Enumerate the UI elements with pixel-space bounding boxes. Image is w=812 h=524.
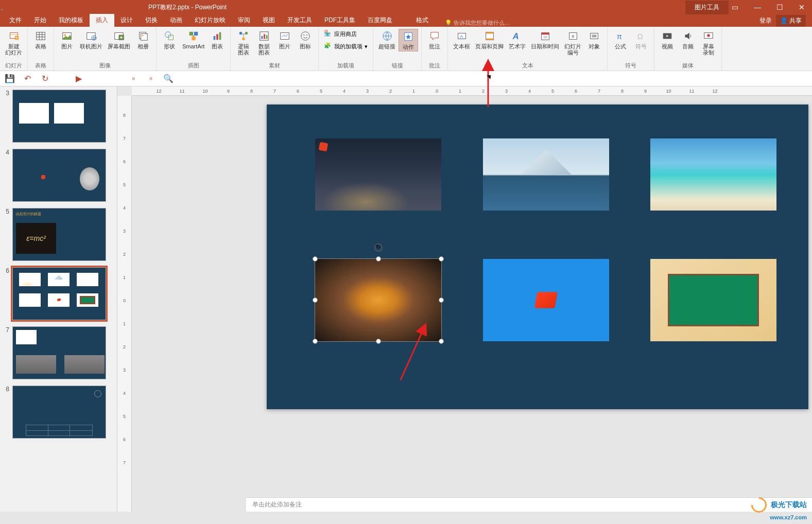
equation-button[interactable]: π公式 (611, 29, 630, 50)
symbol-button[interactable]: Ω符号 (631, 29, 651, 50)
tab-animation[interactable]: 动画 (164, 14, 188, 27)
icon-button[interactable]: 图标 (296, 29, 315, 50)
data-chart-button[interactable]: 数据图表 (254, 29, 274, 57)
comment-button[interactable]: 批注 (425, 29, 444, 50)
minimize-icon[interactable]: — (751, 2, 764, 12)
picture-button[interactable]: 图片 (57, 29, 77, 50)
tell-me-input[interactable]: 💡 告诉我您想要做什么... (445, 19, 509, 27)
notes-pane[interactable]: 单击此处添加备注 (246, 497, 812, 512)
tab-review[interactable]: 审阅 (232, 14, 256, 27)
album-button[interactable]: 相册 (133, 29, 153, 50)
video-button[interactable]: 视频 (658, 29, 677, 50)
screenshot-button[interactable]: 屏幕截图 (106, 29, 132, 50)
login-button[interactable]: 登录 (759, 16, 772, 25)
table-icon (34, 30, 47, 42)
tab-template[interactable]: 我的模板 (53, 14, 90, 27)
tab-developer[interactable]: 开发工具 (281, 14, 318, 27)
tab-slideshow[interactable]: 幻灯片放映 (188, 14, 232, 27)
picture-icon (61, 30, 73, 42)
resize-handle-se[interactable] (439, 339, 444, 344)
my-addins-button[interactable]: 🧩我的加载项 ▾ (322, 41, 370, 51)
resize-handle-e[interactable] (439, 298, 444, 303)
watermark: 极光下载站 www.xz7.com (751, 497, 807, 521)
slide-canvas[interactable] (267, 104, 808, 409)
new-slide-button[interactable]: 新建幻灯片 (3, 29, 24, 57)
action-icon (402, 30, 414, 43)
slide-number-button[interactable]: #幻灯片编号 (562, 29, 583, 57)
slide-image-beach[interactable] (650, 138, 776, 211)
resize-handle-n[interactable] (376, 256, 381, 261)
svg-rect-15 (194, 32, 198, 36)
svg-point-49 (707, 34, 711, 37)
table-button[interactable]: 表格 (31, 29, 50, 50)
title-text: PPT教程2.pptx - PowerPoint (148, 3, 495, 12)
save-icon[interactable]: 💾 (4, 73, 15, 84)
online-picture-button[interactable]: 联机图片 (78, 29, 105, 50)
screen-record-button[interactable]: 屏幕录制 (699, 29, 718, 57)
close-icon[interactable]: ✕ (796, 2, 808, 12)
resize-handle-s[interactable] (376, 339, 381, 344)
hyperlink-button[interactable]: 超链接 (376, 29, 398, 50)
wordart-button[interactable]: A艺术字 (507, 29, 528, 50)
store-button[interactable]: 🏪应用商店 (322, 29, 370, 39)
logic-chart-button[interactable]: 逻辑图表 (234, 29, 253, 57)
undo-icon[interactable]: ↶ (22, 73, 33, 84)
qat-icon-2[interactable]: ▫ (145, 73, 157, 84)
slide-thumbnail-panel[interactable]: 3* 4 5 此处照片的标题 ε=mc² 6* (0, 86, 117, 512)
screenshot-icon (113, 30, 125, 42)
slide-image-office[interactable] (483, 259, 609, 341)
textbox-button[interactable]: A文本框 (451, 29, 472, 50)
qat-find-icon[interactable]: 🔍 (163, 73, 174, 84)
datetime-button[interactable]: 日期和时间 (529, 29, 561, 50)
svg-rect-26 (266, 35, 268, 39)
resize-handle-sw[interactable] (313, 339, 318, 344)
header-footer-button[interactable]: 页眉和页脚 (473, 29, 506, 50)
title-bar: PPT教程2.pptx - PowerPoint 图片工具 ▭ — ☐ ✕ (0, 0, 812, 14)
shapes-button[interactable]: 形状 (160, 29, 179, 50)
vertical-ruler: 8765432101234567 (117, 96, 132, 512)
resize-handle-nw[interactable] (313, 256, 318, 261)
slide-image-city[interactable] (315, 138, 441, 211)
share-button[interactable]: 👤 共享 (776, 15, 806, 27)
audio-button[interactable]: 音频 (678, 29, 698, 50)
slideshow-from-current-icon[interactable]: ▶ (73, 73, 84, 84)
object-button[interactable]: 对象 (584, 29, 604, 50)
slide-edit-area[interactable]: 1211109876543210123456789101112 87654321… (117, 86, 812, 512)
resize-handle-w[interactable] (313, 298, 318, 303)
thumbnail-slide-8[interactable]: 8 (0, 382, 117, 442)
svg-rect-40 (542, 33, 549, 35)
tab-format[interactable]: 格式 (410, 14, 435, 27)
tab-transition[interactable]: 切换 (139, 14, 164, 27)
stock-picture-button[interactable]: 图片 (275, 29, 295, 50)
svg-rect-44 (592, 34, 597, 38)
slide-image-mountain[interactable] (483, 138, 609, 211)
tab-insert[interactable]: 插入 (90, 14, 114, 27)
chart-button[interactable]: 图表 (208, 29, 227, 50)
thumbnail-slide-4[interactable]: 4 (0, 146, 117, 205)
smartart-button[interactable]: SmartArt (180, 29, 206, 50)
quick-access-toolbar: 💾 ↶ ↻ ▶ ▫ ▫ 🔍 (0, 71, 812, 86)
thumbnail-slide-7[interactable]: 7 (0, 323, 117, 382)
slide-image-frame[interactable] (650, 259, 776, 341)
tab-home[interactable]: 开始 (28, 14, 53, 27)
maximize-icon[interactable]: ☐ (773, 2, 786, 12)
svg-rect-17 (214, 36, 216, 40)
svg-text:A: A (460, 34, 463, 39)
svg-rect-14 (189, 32, 193, 36)
tab-pdf[interactable]: PDF工具集 (318, 14, 361, 27)
tab-view[interactable]: 视图 (256, 14, 281, 27)
redo-icon[interactable]: ↻ (39, 73, 50, 84)
qat-icon-1[interactable]: ▫ (128, 73, 139, 84)
tab-baidu[interactable]: 百度网盘 (361, 14, 399, 27)
thumbnail-slide-5[interactable]: 5 此处照片的标题 ε=mc² (0, 205, 117, 264)
thumbnail-slide-3[interactable]: 3* (0, 86, 117, 146)
action-button[interactable]: 动作 (399, 29, 418, 51)
rotation-handle[interactable] (374, 243, 383, 252)
thumbnail-slide-6[interactable]: 6* (0, 264, 117, 323)
tab-file[interactable]: 文件 (3, 14, 28, 27)
tab-design[interactable]: 设计 (114, 14, 139, 27)
ribbon-display-options-icon[interactable]: ▭ (729, 2, 741, 12)
resize-handle-ne[interactable] (439, 256, 444, 261)
symbol-icon: Ω (635, 30, 647, 42)
group-comments: 批注 批注 (422, 27, 448, 71)
